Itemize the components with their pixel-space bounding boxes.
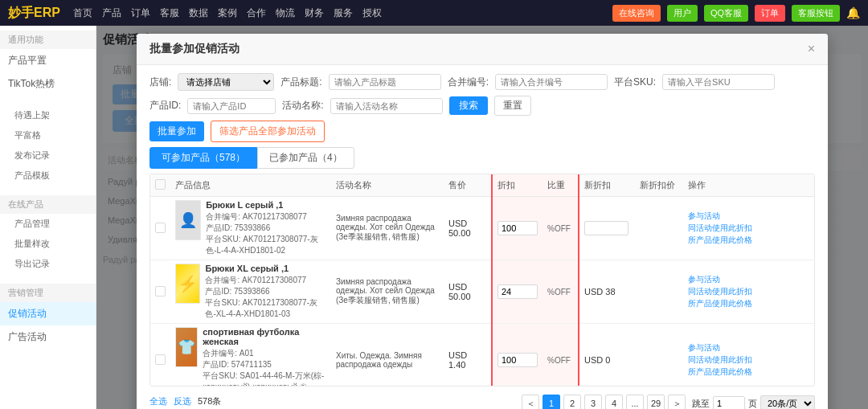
tab-can-join[interactable]: 可参加产品（578）: [149, 147, 257, 169]
row2-discount-input[interactable]: [497, 284, 538, 299]
sidebar-item-tiktok[interactable]: TikTok热榜: [0, 72, 96, 96]
sidebar-section-marketing-title: 营销管理: [0, 284, 96, 302]
modal-tabs: 可参加产品（578） 已参加产品（4）: [149, 147, 815, 169]
sidebar-item-promotion[interactable]: 促销活动: [0, 302, 96, 325]
modal-table-wrapper[interactable]: 产品信息 活动名称 售价 折扣 比重 新折扣 新折扣价 操作: [149, 174, 815, 387]
shop-select[interactable]: 请选择店铺: [178, 73, 274, 91]
modal-reset-button[interactable]: 重置: [494, 96, 531, 116]
merge-num-input[interactable]: [495, 74, 608, 90]
product-title-input[interactable]: [329, 74, 441, 90]
sidebar-item-product-template[interactable]: 产品模板: [0, 166, 96, 186]
select-all-text[interactable]: 全选: [149, 395, 167, 407]
row3-use-price[interactable]: 所产品使用此价格: [688, 366, 809, 378]
row2-join-activity[interactable]: 参与活动: [688, 274, 809, 285]
sidebar-item-ads[interactable]: 广告活动: [0, 325, 96, 349]
row1-checkbox-cell: [150, 197, 170, 260]
nav-logistics[interactable]: 物流: [276, 6, 295, 20]
row3-checkbox[interactable]: [155, 354, 166, 365]
row2-actions: 参与活动 同活动使用此折扣 所产品使用此价格: [683, 260, 814, 324]
row2-use-price[interactable]: 所产品使用此价格: [688, 298, 809, 309]
select-all-join-button[interactable]: 筛选产品全部参加活动: [211, 121, 325, 142]
nav-customer[interactable]: 客服: [160, 6, 179, 20]
row2-ratio-label: %OFF: [547, 288, 571, 297]
th-new-discount: 新折扣: [579, 174, 635, 197]
modal-search-button[interactable]: 搜索: [449, 96, 488, 115]
select-all-checkbox[interactable]: [155, 179, 166, 190]
row1-activity-name: Зимняя распродажа одежды. Хот сейл Одежд…: [331, 197, 444, 260]
row1-product-info: 👤 Брюки L серый ,1 合并编号: АK701217308077 …: [175, 200, 326, 256]
nav-partner[interactable]: 合作: [247, 6, 266, 20]
page-2-btn[interactable]: 2: [563, 395, 581, 409]
row1-use-discount[interactable]: 同活动使用此折扣: [688, 223, 809, 234]
next-page-btn[interactable]: ＞: [668, 395, 686, 409]
row2-product-id: 产品ID: 75393866: [205, 286, 326, 297]
sidebar-item-batch-edit[interactable]: 批量样改: [0, 234, 96, 254]
nav-case[interactable]: 案例: [218, 6, 237, 20]
row3-discount-input[interactable]: [497, 353, 538, 367]
user-button[interactable]: 用户: [667, 5, 698, 22]
row1-new-price: [635, 197, 683, 260]
row3-use-discount[interactable]: 同活动使用此折扣: [688, 354, 809, 366]
modal-header: 批量参加促销活动 ×: [137, 34, 828, 65]
nav-data[interactable]: 数据: [189, 6, 208, 20]
product-id-input[interactable]: [187, 98, 276, 114]
page-last-btn[interactable]: 29: [647, 395, 665, 409]
row3-product-id: 产品ID: 574711135: [203, 359, 326, 370]
activity-name-input[interactable]: [330, 98, 443, 114]
sidebar-item-rich[interactable]: 平富格: [0, 125, 96, 145]
row1-use-price[interactable]: 所产品使用此价格: [688, 235, 809, 246]
message-icon[interactable]: 🔔: [846, 6, 860, 19]
row3-checkbox-cell: [150, 324, 170, 387]
sidebar-item-export[interactable]: 导出记录: [0, 254, 96, 274]
nav-home[interactable]: 首页: [73, 6, 92, 20]
table-row: 👕 спортивная футболка женская 合并编号: А01 …: [150, 324, 814, 387]
row3-new-discount: USD 0: [584, 355, 610, 365]
row2-use-discount[interactable]: 同活动使用此折扣: [688, 286, 809, 297]
nav-auth[interactable]: 授权: [362, 6, 382, 20]
page-3-btn[interactable]: 3: [584, 395, 602, 409]
row2-checkbox-cell: [150, 260, 170, 324]
page-4-btn[interactable]: 4: [605, 395, 623, 409]
prev-page-btn[interactable]: ＜: [522, 395, 539, 409]
modal-filter-row-2: 产品ID: 活动名称: 搜索 重置: [149, 96, 815, 116]
modal-title: 批量参加促销活动: [149, 42, 240, 56]
row2-checkbox[interactable]: [155, 286, 166, 297]
row1-product-details: Брюки L серый ,1 合并编号: АK701217308077 产品…: [206, 200, 326, 256]
sidebar: 通用功能 产品平置 TikTok热榜 待遇上架 平富格 发布记录 产品模板 在线…: [0, 26, 96, 409]
sidebar-item-product-manage[interactable]: 产品管理: [0, 214, 96, 234]
platform-sku-input[interactable]: [662, 74, 775, 90]
sidebar-item-pending[interactable]: 待遇上架: [0, 105, 96, 125]
page-size-select[interactable]: 20条/页: [760, 395, 815, 409]
row1-actions: 参与活动 同活动使用此折扣 所产品使用此价格: [683, 197, 814, 260]
service-button[interactable]: 客服按钮: [792, 5, 840, 22]
page-goto-input[interactable]: [713, 396, 745, 409]
nav-product[interactable]: 产品: [102, 6, 121, 20]
row3-new-discount-cell: USD 0: [579, 324, 635, 387]
row1-checkbox[interactable]: [155, 223, 166, 233]
row2-product-cell: ⚡ Брюки XL серый ,1 合并编号: АK701217308077…: [170, 260, 331, 324]
row3-ratio-cell: %OFF: [542, 324, 579, 387]
row3-join-activity[interactable]: 参与活动: [688, 342, 809, 354]
nav-service[interactable]: 服务: [334, 6, 353, 20]
modal-close-button[interactable]: ×: [808, 42, 815, 56]
nav-finance[interactable]: 财务: [305, 6, 324, 20]
consult-button[interactable]: 在线咨询: [612, 5, 661, 22]
app-logo: 妙手ERP: [8, 5, 60, 22]
nav-order[interactable]: 订单: [131, 6, 150, 20]
th-checkbox: [150, 174, 170, 197]
row2-product-info: ⚡ Брюки XL серый ,1 合并编号: АK701217308077…: [175, 264, 326, 320]
batch-join-button[interactable]: 批量参加: [149, 121, 204, 141]
reverse-select-text[interactable]: 反选: [174, 395, 191, 407]
row1-join-activity[interactable]: 参与活动: [688, 211, 809, 222]
tab-joined[interactable]: 已参加产品（4）: [257, 147, 354, 169]
page-1-btn[interactable]: 1: [542, 395, 560, 409]
row1-new-discount-input[interactable]: [584, 221, 628, 235]
order-button[interactable]: 订单: [755, 5, 785, 22]
sidebar-section-online-title: 在线产品: [0, 195, 96, 214]
sidebar-item-publish-history[interactable]: 发布记录: [0, 145, 96, 166]
row3-merge-id: 合并编号: А01: [203, 348, 326, 359]
sidebar-item-product-flat[interactable]: 产品平置: [0, 49, 96, 72]
qq-button[interactable]: QQ客服: [704, 5, 748, 22]
th-new-price: 新折扣价: [635, 174, 683, 197]
row1-discount-input[interactable]: [497, 221, 538, 235]
